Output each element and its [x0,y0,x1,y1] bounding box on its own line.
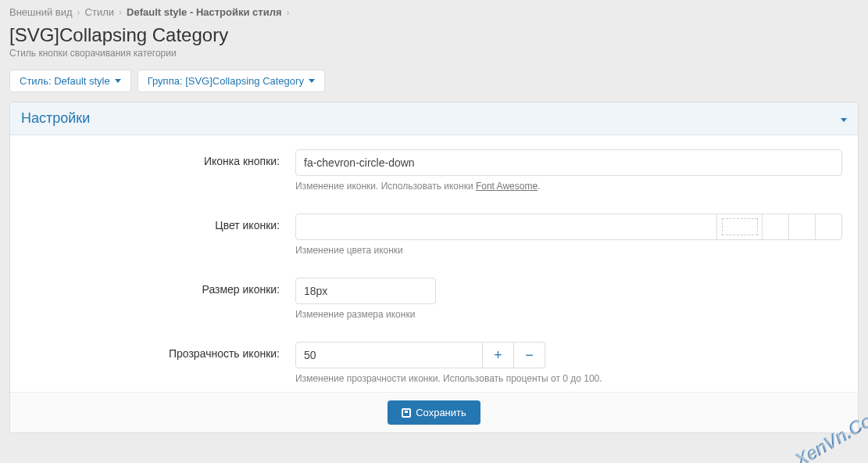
panel-body: Иконка кнопки: Изменение иконки. Использ… [10,135,858,392]
caret-down-icon [115,79,121,83]
settings-panel: Настройки Иконка кнопки: Изменение иконк… [9,102,859,433]
hint-opacity: Изменение прозрачности иконки. Использов… [295,373,842,384]
filter-row: Стиль: Default style Группа: [SVG]Collap… [0,63,868,99]
label-icon: Иконка кнопки: [26,149,295,167]
style-filter-label: Стиль: Default style [20,75,110,87]
page-title-block: [SVG]Collapsing Category Стиль кнопки св… [0,21,868,63]
field-row-size: Размер иконки: Изменение размера иконки [10,264,858,328]
hint-color: Изменение цвета иконки [295,245,842,256]
panel-footer: Сохранить [10,392,858,432]
save-label: Сохранить [416,407,466,418]
hint-size: Изменение размера иконки [295,309,842,320]
field-row-opacity: Прозрачность иконки: + − Изменение прозр… [10,328,858,392]
style-filter-button[interactable]: Стиль: Default style [9,70,131,92]
opacity-increment-button[interactable]: + [483,342,514,368]
link-font-awesome[interactable]: Font Awesome [476,181,538,192]
panel-title: Настройки [21,110,90,127]
color-swatch-2[interactable] [789,214,816,240]
plus-icon: + [494,347,502,364]
field-row-color: Цвет иконки: Изменение цвета иконки [10,199,858,264]
chevron-right-icon: › [77,7,80,18]
save-button[interactable]: Сохранить [388,400,480,425]
hint-icon: Изменение иконки. Использовать иконки Fo… [295,181,842,192]
label-size: Размер иконки: [26,278,295,296]
breadcrumb-item-styles[interactable]: Стили [85,6,114,18]
chevron-right-icon: › [119,7,122,18]
group-filter-button[interactable]: Группа: [SVG]Collapsing Category [138,70,325,92]
input-color[interactable] [295,214,717,240]
color-swatch-3[interactable] [816,214,842,240]
color-swatch-transparent[interactable] [717,214,763,240]
chevron-right-icon: › [287,7,290,18]
caret-down-icon [309,79,315,83]
page-subtitle: Стиль кнопки сворачивания категории [9,48,859,59]
label-opacity: Прозрачность иконки: [26,342,295,360]
input-opacity[interactable] [295,342,483,368]
page-title: [SVG]Collapsing Category [9,24,859,46]
input-size[interactable] [295,278,436,304]
color-swatch-1[interactable] [763,214,789,240]
input-icon[interactable] [295,149,842,176]
opacity-decrement-button[interactable]: − [514,342,545,368]
breadcrumb-item-current: Default style - Настройки стиля [127,6,282,18]
breadcrumb: Внешний вид › Стили › Default style - На… [0,0,868,21]
breadcrumb-item-appearance[interactable]: Внешний вид [9,6,73,18]
field-row-icon: Иконка кнопки: Изменение иконки. Использ… [10,135,858,199]
collapse-icon[interactable] [839,113,847,124]
save-icon [402,408,411,418]
minus-icon: − [525,347,534,364]
panel-header[interactable]: Настройки [10,102,858,135]
label-color: Цвет иконки: [26,214,295,232]
group-filter-label: Группа: [SVG]Collapsing Category [148,75,304,87]
